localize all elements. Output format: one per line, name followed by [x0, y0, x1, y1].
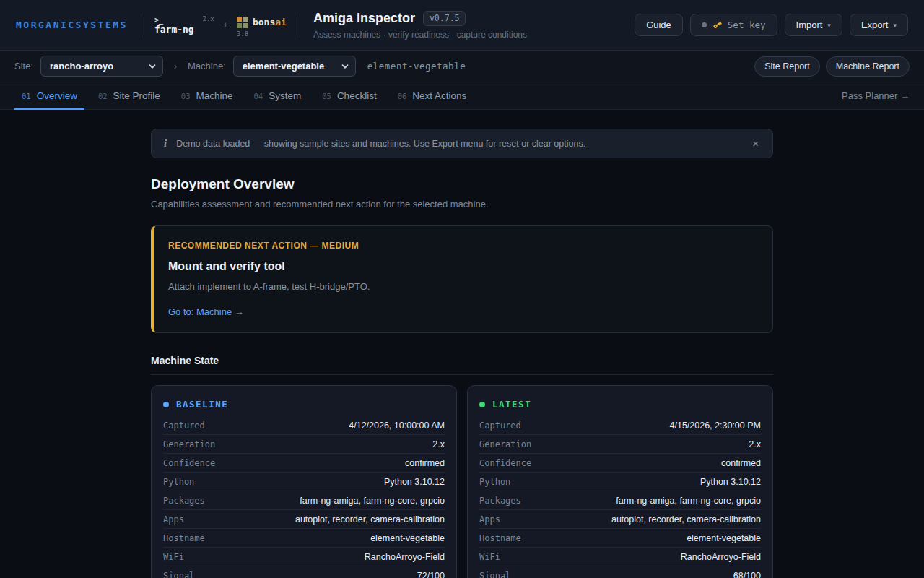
guide-button[interactable]: Guide — [635, 14, 683, 36]
table-row: Python Python 3.10.12 — [163, 473, 445, 491]
row-label: Signal — [163, 571, 194, 578]
row-label: WiFi — [163, 552, 184, 562]
row-value: confirmed — [721, 458, 761, 468]
table-row: WiFi RanchoArroyo-Field — [163, 548, 445, 566]
tab-label: Overview — [37, 90, 77, 101]
tab-label: Next Actions — [412, 90, 466, 101]
table-row: WiFi RanchoArroyo-Field — [479, 548, 761, 566]
table-row: Captured 4/15/2026, 2:30:00 PM — [479, 416, 761, 435]
row-label: Confidence — [163, 458, 215, 468]
pass-planner-link[interactable]: Pass Planner → — [842, 90, 910, 101]
row-value: 4/12/2026, 10:00:00 AM — [349, 420, 445, 431]
row-value: element-vegetable — [370, 533, 445, 543]
row-label: Confidence — [479, 458, 531, 468]
recommendation-label: RECOMMENDED NEXT ACTION — MEDIUM — [168, 241, 758, 251]
site-label: Site: — [14, 61, 33, 72]
bonsai-grid-icon — [237, 17, 248, 28]
row-value: farm-ng-amiga, farm-ng-core, grpcio — [616, 496, 761, 506]
tab-label: Site Profile — [113, 90, 160, 101]
divider — [300, 13, 300, 38]
tab-number: 04 — [254, 92, 263, 100]
row-label: Generation — [163, 439, 215, 449]
table-row: Hostname element-vegetable — [163, 529, 445, 548]
export-button[interactable]: Export▾ — [850, 14, 908, 36]
row-value: 72/100 — [417, 571, 445, 578]
import-button[interactable]: Import▾ — [785, 14, 842, 36]
machine-hostname: element-vegetable — [367, 61, 466, 72]
row-value: autoplot, recorder, camera-calibration — [295, 514, 445, 525]
machine-select-wrap: element-vegetable — [233, 56, 356, 77]
row-value: autoplot, recorder, camera-calibration — [611, 514, 761, 525]
row-label: Signal — [479, 571, 510, 578]
farmng-logo-text: farm-ng — [154, 24, 194, 35]
tab-checklist[interactable]: 05 Checklist — [315, 82, 383, 109]
tab-number: 06 — [398, 92, 407, 100]
row-label: Captured — [163, 420, 205, 431]
latest-rows: Captured 4/15/2026, 2:30:00 PM Generatio… — [479, 416, 761, 578]
main-content: i Demo data loaded — showing sample site… — [151, 110, 773, 578]
bonsai-logo: bonsai 3.8 — [237, 17, 287, 28]
divider — [141, 13, 141, 38]
latest-status-dot — [479, 402, 485, 407]
bonsai-logo-text: bonsai — [253, 17, 287, 27]
table-row: Apps autoplot, recorder, camera-calibrat… — [163, 510, 445, 529]
table-row: Generation 2.x — [163, 435, 445, 454]
row-label: Hostname — [479, 533, 521, 543]
tab-next-actions[interactable]: 06 Next Actions — [391, 82, 474, 109]
demo-data-banner: i Demo data loaded — showing sample site… — [151, 129, 773, 158]
goto-machine-link[interactable]: Go to: Machine → — [168, 306, 244, 317]
row-value: 68/100 — [733, 571, 761, 578]
table-row: Apps autoplot, recorder, camera-calibrat… — [479, 510, 761, 529]
site-select[interactable]: rancho-arroyo — [40, 56, 163, 77]
tab-overview[interactable]: 01 Overview — [14, 82, 84, 109]
section-heading: Deployment Overview — [151, 176, 773, 192]
set-key-button[interactable]: Set key — [690, 14, 777, 36]
table-row: Packages farm-ng-amiga, farm-ng-core, gr… — [163, 491, 445, 510]
site-report-button[interactable]: Site Report — [754, 56, 820, 77]
row-value: RanchoArroyo-Field — [681, 552, 761, 562]
snapshot-name: LATEST — [492, 399, 531, 410]
table-row: Packages farm-ng-amiga, farm-ng-core, gr… — [479, 491, 761, 510]
page-title: Amiga Inspector — [313, 11, 415, 26]
table-row: Python Python 3.10.12 — [479, 473, 761, 491]
tab-label: Checklist — [337, 90, 377, 101]
row-label: Packages — [163, 496, 205, 506]
recommendation-title: Mount and verify tool — [168, 260, 758, 273]
banner-message: Demo data loaded — showing sample sites … — [176, 139, 741, 149]
company-logo: MORGANICSYSTEMS — [16, 20, 128, 30]
title-block: Amiga Inspector v0.7.5 Assess machines ·… — [313, 11, 527, 40]
info-icon: i — [164, 137, 167, 150]
row-value: Python 3.10.12 — [384, 477, 445, 487]
tab-system[interactable]: 04 System — [247, 82, 309, 109]
row-label: Apps — [163, 514, 184, 525]
machine-select[interactable]: element-vegetable — [233, 56, 356, 77]
key-icon — [710, 17, 725, 33]
tab-label: System — [269, 90, 301, 101]
farmng-version: 2.x — [202, 15, 214, 22]
tab-machine[interactable]: 03 Machine — [174, 82, 240, 109]
row-label: WiFi — [479, 552, 500, 562]
snapshot-name: BASELINE — [176, 399, 228, 410]
tab-number: 05 — [322, 92, 331, 100]
row-label: Packages — [479, 496, 521, 506]
close-icon[interactable]: × — [751, 137, 760, 150]
row-value: element-vegetable — [687, 533, 761, 543]
row-label: Apps — [479, 514, 500, 525]
recommendation-description: Attach implement to A-frame, test H-brid… — [168, 281, 758, 292]
baseline-snapshot-card: BASELINE Captured 4/12/2026, 10:00:00 AM… — [151, 385, 457, 578]
row-value: farm-ng-amiga, farm-ng-core, grpcio — [300, 496, 445, 506]
caret-down-icon: ▾ — [893, 22, 897, 29]
baseline-status-dot — [163, 402, 169, 407]
machine-report-button[interactable]: Machine Report — [826, 56, 910, 77]
row-value: confirmed — [405, 458, 445, 468]
tab-site-profile[interactable]: 02 Site Profile — [91, 82, 167, 109]
machine-label: Machine: — [188, 61, 226, 72]
table-row: Signal 68/100 — [479, 566, 761, 578]
recommended-action-card: RECOMMENDED NEXT ACTION — MEDIUM Mount a… — [151, 225, 773, 333]
set-key-label: Set key — [728, 20, 766, 30]
latest-snapshot-card: LATEST Captured 4/15/2026, 2:30:00 PM Ge… — [467, 385, 773, 578]
row-label: Generation — [479, 439, 531, 449]
filter-bar: Site: rancho-arroyo › Machine: element-v… — [0, 51, 924, 82]
snapshot-header: LATEST — [479, 399, 761, 410]
tab-bar: 01 Overview 02 Site Profile 03 Machine 0… — [0, 82, 924, 110]
